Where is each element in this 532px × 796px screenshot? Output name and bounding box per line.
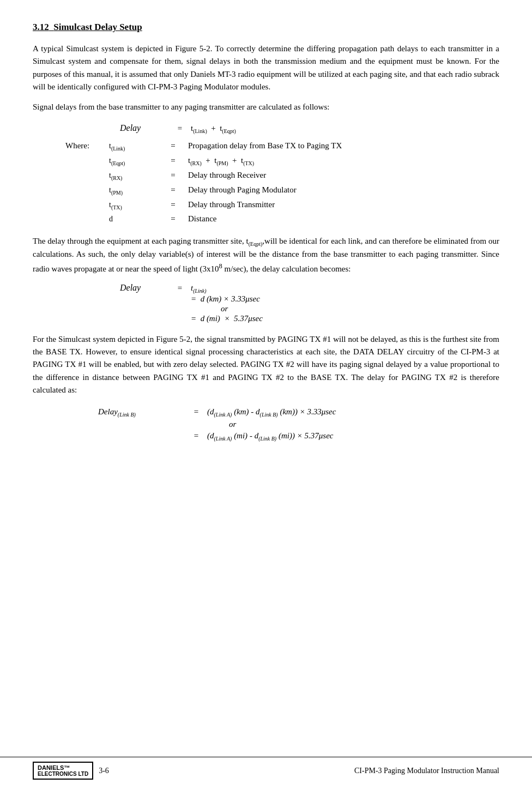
footer-left: DANIELS™ ELECTRONICS LTD 3-6 (33, 762, 109, 780)
delay2-eq-1: = (169, 284, 191, 293)
main-delay-equation: Delay = t(Link) + t(Eqpt) (33, 123, 499, 134)
footer: DANIELS™ ELECTRONICS LTD 3-6 CI-PM-3 Pag… (0, 757, 532, 780)
dlrow-rhs-1: (d(Link A) (km) - d(Link B) (km)) × 3.33… (207, 407, 336, 418)
where-header-row: Where: t(Link) = Propagation delay from … (65, 140, 499, 153)
section-number: 3.12 (33, 22, 49, 32)
where-eq-2: = (158, 154, 188, 167)
where-row-4: t(PM) = Delay through Paging Modulator (65, 184, 499, 197)
where-sym-1: t(Link) (109, 140, 158, 153)
logo-box: DANIELS™ ELECTRONICS LTD (33, 762, 93, 780)
page: 3.12 Simulcast Delay Setup A typical Sim… (0, 0, 532, 796)
where-row-3: t(RX) = Delay through Receiver (65, 169, 499, 182)
delay2-rhs-1: t(Link) (191, 284, 207, 294)
where-eq-4: = (158, 184, 188, 196)
where-eq-5: = (158, 198, 188, 211)
where-eq-1: = (158, 140, 188, 152)
where-label: Where: (65, 140, 109, 152)
where-sym-3: t(RX) (109, 170, 158, 182)
where-def-4: Delay through Paging Modulator (188, 184, 297, 196)
paragraph-1: A typical Simulcast system is depicted i… (33, 43, 499, 93)
delay-rhs: t(Link) + t(Eqpt) (191, 124, 236, 134)
where-sym-6: d (109, 213, 158, 225)
where-row-2: t(Eqpt) = t(RX) + t(PM) + t(TX) (65, 154, 499, 167)
delay-label: Delay (120, 123, 169, 133)
where-sym-4: t(PM) (109, 184, 158, 197)
where-def-1: Propagation delay from Base TX to Paging… (188, 140, 342, 152)
where-eq-3: = (158, 169, 188, 182)
dlrow-or: or (98, 420, 499, 429)
section-title: 3.12 Simulcast Delay Setup (33, 22, 499, 33)
delay2-row-4: = d (mi) × 5.37μsec (120, 314, 499, 323)
dlrow-rhs-2: (d(Link A) (mi) - d(Link B) (mi)) × 5.37… (207, 431, 333, 442)
logo-name: DANIELS™ (38, 764, 88, 771)
where-def-2: t(RX) + t(PM) + t(TX) (188, 154, 254, 167)
delay2-row-2: = d (km) × 3.33μsec (120, 294, 499, 304)
where-sym-2: t(Eqpt) (109, 155, 158, 167)
delay-linkb-equation: Delay(Link B) = (d(Link A) (km) - d(Link… (33, 407, 499, 442)
dlrow-1: Delay(Link B) = (d(Link A) (km) - d(Link… (98, 407, 499, 418)
page-number: 3-6 (99, 767, 109, 775)
paragraph-3: The delay through the equipment at each … (33, 235, 499, 275)
where-row-5: t(TX) = Delay through Transmitter (65, 198, 499, 212)
delay-equals: = (169, 124, 191, 133)
dlrow-2: = (d(Link A) (mi) - d(Link B) (mi)) × 5.… (98, 431, 499, 442)
section-heading-text: Simulcast Delay Setup (53, 22, 142, 32)
paragraph-4: For the Simulcast system depicted in Fig… (33, 333, 499, 396)
where-block: Where: t(Link) = Propagation delay from … (33, 140, 499, 225)
where-sym-5: t(TX) (109, 199, 158, 212)
delay2-row-3: or (120, 304, 499, 313)
where-def-3: Delay through Receiver (188, 169, 266, 182)
manual-title: CI-PM-3 Paging Modulator Instruction Man… (354, 767, 499, 775)
delay2-equation: Delay = t(Link) = d (km) × 3.33μsec or =… (33, 283, 499, 323)
logo-sub: ELECTRONICS LTD (38, 771, 88, 777)
paragraph-2: Signal delays from the base transmitter … (33, 101, 499, 113)
where-def-5: Delay through Transmitter (188, 198, 275, 211)
where-def-6: Distance (188, 213, 216, 225)
delay2-label: Delay (120, 283, 169, 293)
dlrow-label-1: Delay(Link B) (98, 407, 185, 418)
dlrow-eq-1: = (185, 407, 207, 417)
where-row-6: d = Distance (65, 213, 499, 225)
delay2-row-1: Delay = t(Link) (120, 283, 499, 294)
where-eq-6: = (158, 213, 188, 225)
dlrow-eq-2: = (185, 431, 207, 441)
